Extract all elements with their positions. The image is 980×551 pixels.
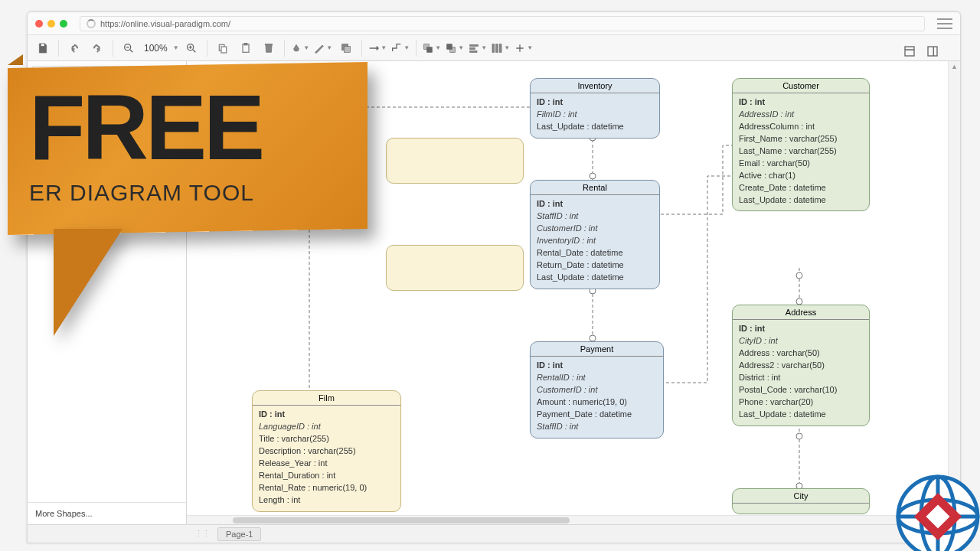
- chevron-down-icon[interactable]: ▼: [173, 44, 179, 51]
- outline-panel-toggle[interactable]: [922, 41, 943, 61]
- horizontal-scrollbar[interactable]: [187, 515, 948, 524]
- add-button[interactable]: ▼: [513, 38, 534, 58]
- entity-field: ID : int: [537, 96, 653, 109]
- entity-rental[interactable]: Rental ID : intStaffID : intCustomerID :…: [530, 180, 660, 289]
- delete-button[interactable]: [258, 38, 279, 58]
- entity-field: AddressID : int: [739, 109, 863, 121]
- banner-title: FREE: [29, 88, 346, 166]
- entity-hidden-2[interactable]: [386, 245, 524, 291]
- line-color-button[interactable]: ▼: [312, 38, 334, 58]
- to-front-button[interactable]: ▼: [421, 38, 443, 58]
- save-button[interactable]: [32, 38, 54, 58]
- entity-field: First_Name : varchar(255): [739, 133, 863, 145]
- entity-field: ID : int: [739, 96, 863, 109]
- entity-title: Rental: [531, 181, 659, 195]
- entity-city[interactable]: City: [732, 488, 870, 514]
- entity-field: Postal_Code : varchar(10): [739, 384, 863, 396]
- svg-rect-28: [905, 47, 914, 56]
- entity-field: ID : int: [739, 323, 863, 335]
- distribute-button[interactable]: ▼: [490, 38, 511, 58]
- svg-rect-12: [265, 44, 272, 44]
- promo-banner: FREE ER DIAGRAM TOOL: [8, 65, 368, 336]
- entity-field: CustomerID : int: [537, 384, 657, 396]
- loading-spinner-icon: [87, 19, 96, 28]
- svg-rect-14: [344, 46, 350, 52]
- browser-url-bar: https://online.visual-paradigm.com/: [28, 12, 960, 35]
- entity-title: Address: [733, 305, 869, 320]
- svg-rect-19: [447, 44, 452, 49]
- svg-rect-23: [492, 44, 495, 52]
- svg-point-35: [590, 335, 596, 341]
- zoom-in-button[interactable]: [181, 38, 202, 58]
- entity-field: ID : int: [537, 198, 653, 210]
- minimize-window-icon[interactable]: [47, 20, 55, 28]
- entity-field: LanguageID : int: [259, 421, 394, 433]
- entity-field: Address2 : varchar(50): [739, 360, 863, 372]
- entity-title: Film: [253, 391, 400, 406]
- format-panel-toggle[interactable]: [899, 41, 920, 61]
- entity-field: Rental_Duration : int: [259, 470, 394, 482]
- entity-title: Customer: [733, 79, 869, 93]
- undo-button[interactable]: [64, 38, 85, 58]
- svg-point-36: [796, 272, 802, 279]
- svg-rect-30: [928, 47, 937, 56]
- entity-field: RentalID : int: [537, 372, 657, 384]
- entity-field: Return_Date : datetime: [537, 259, 653, 272]
- entity-address[interactable]: Address ID : intCityID : intAddress : va…: [732, 305, 870, 426]
- close-window-icon[interactable]: [35, 20, 43, 28]
- redo-button[interactable]: [87, 38, 108, 58]
- entity-field: Last_Update : datetime: [537, 272, 653, 284]
- waypoint-style-button[interactable]: ▼: [390, 38, 411, 58]
- entity-payment[interactable]: Payment ID : intRentalID : intCustomerID…: [530, 341, 664, 439]
- entity-field: Release_Year : int: [259, 458, 394, 470]
- url-field[interactable]: https://online.visual-paradigm.com/: [80, 16, 925, 31]
- to-back-button[interactable]: ▼: [444, 38, 466, 58]
- entity-field: Email : varchar(50): [739, 158, 863, 170]
- entity-field: Last_Update : datetime: [537, 121, 653, 133]
- zoom-out-button[interactable]: [118, 38, 139, 58]
- banner-subtitle: ER DIAGRAM TOOL: [29, 180, 346, 206]
- page-tab-bar: ⋮⋮ Page-1: [28, 524, 960, 543]
- entity-field: Rental_Rate : numeric(19, 0): [259, 482, 394, 494]
- zoom-level[interactable]: 100%: [141, 43, 171, 54]
- connector-style-button[interactable]: ▼: [367, 38, 388, 58]
- entity-field: Payment_Date : datetime: [537, 409, 657, 421]
- grip-icon[interactable]: ⋮⋮: [194, 529, 210, 539]
- svg-rect-22: [470, 51, 477, 52]
- paste-button[interactable]: [235, 38, 256, 58]
- more-shapes-link[interactable]: More Shapes...: [28, 502, 186, 524]
- svg-rect-0: [41, 44, 44, 46]
- window-controls[interactable]: [35, 20, 67, 28]
- panel-toggle-group: [896, 38, 946, 64]
- svg-rect-17: [427, 47, 433, 52]
- entity-field: Address : varchar(50): [739, 347, 863, 360]
- entity-field: StaffID : int: [537, 421, 657, 433]
- copy-button[interactable]: [212, 38, 234, 58]
- entity-inventory[interactable]: Inventory ID : intFilmID : intLast_Updat…: [530, 78, 660, 139]
- entity-field: CustomerID : int: [537, 223, 653, 235]
- page-tab[interactable]: Page-1: [217, 527, 261, 541]
- entity-field: ID : int: [259, 409, 394, 421]
- shadow-button[interactable]: [335, 38, 357, 58]
- svg-rect-25: [499, 44, 501, 52]
- entity-field: Create_Date : datetime: [739, 182, 863, 194]
- url-text: https://online.visual-paradigm.com/: [100, 19, 230, 28]
- entity-field: Active : char(1): [739, 170, 863, 182]
- entity-film[interactable]: Film ID : intLanguageID : intTitle : var…: [252, 390, 401, 512]
- fill-color-button[interactable]: ▼: [289, 38, 311, 58]
- entity-title: Inventory: [531, 79, 659, 93]
- svg-rect-20: [470, 44, 479, 46]
- app-toolbar: 100%▼ ▼ ▼ ▼ ▼ ▼ ▼ ▼ ▼ ▼: [28, 35, 960, 61]
- entity-field: Last_Update : datetime: [739, 194, 863, 207]
- entity-hidden-1[interactable]: [386, 138, 524, 184]
- maximize-window-icon[interactable]: [60, 20, 67, 28]
- svg-rect-11: [244, 43, 247, 45]
- entity-field: CityID : int: [739, 335, 863, 347]
- menu-icon[interactable]: [937, 18, 952, 29]
- entity-field: InventoryID : int: [537, 235, 653, 247]
- entity-field: Last_Update : datetime: [739, 409, 863, 421]
- entity-customer[interactable]: Customer ID : intAddressID : intAddressC…: [732, 78, 870, 211]
- entity-field: FilmID : int: [537, 109, 653, 121]
- align-button[interactable]: ▼: [467, 38, 488, 58]
- entity-field: StaffID : int: [537, 210, 653, 223]
